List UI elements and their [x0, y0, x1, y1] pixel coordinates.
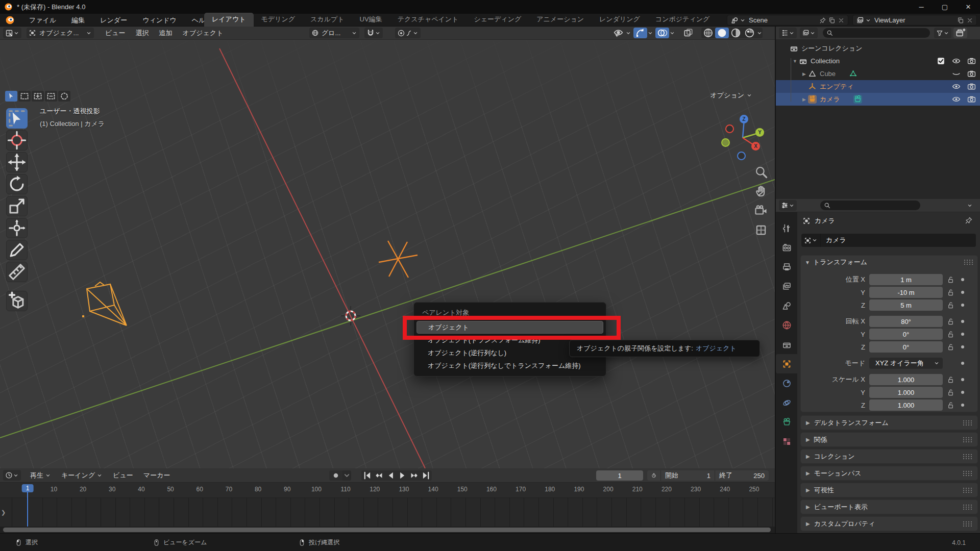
options-dropdown[interactable]: オプション — [710, 91, 752, 100]
auto-keyframe-button[interactable] — [329, 470, 342, 481]
hide-eye-icon[interactable] — [952, 95, 961, 104]
outliner-row[interactable]: ▶ カメラ — [776, 93, 980, 106]
frame-tick-label[interactable]: 160 — [486, 486, 497, 493]
object-visibility-dropdown[interactable] — [611, 28, 631, 38]
frame-tick-label[interactable]: 250 — [749, 486, 759, 493]
frame-tick-label[interactable]: 120 — [370, 486, 380, 493]
collapsed-panel[interactable]: ▶ 関係 — [800, 432, 978, 447]
close-button[interactable]: ✕ — [957, 0, 980, 14]
overlays-icon[interactable] — [655, 28, 669, 38]
copy-icon[interactable] — [828, 17, 836, 24]
frame-tick-label[interactable]: 190 — [574, 486, 584, 493]
animate-dot-icon[interactable] — [961, 362, 964, 365]
animate-dot-icon[interactable] — [961, 278, 964, 281]
visibility-eye-icon[interactable] — [611, 28, 625, 38]
tool-button[interactable] — [6, 108, 28, 129]
object-id-field[interactable]: カメラ — [801, 234, 976, 247]
proportional-edit-toggle[interactable] — [395, 28, 421, 38]
properties-tab[interactable] — [776, 373, 797, 393]
shading-wireframe-button[interactable] — [701, 28, 715, 38]
hide-eye-icon[interactable] — [952, 82, 961, 91]
id-browse-segment[interactable] — [801, 234, 821, 247]
panel-expand-icon[interactable]: ▶ — [806, 487, 810, 493]
lock-open-icon[interactable] — [947, 376, 954, 384]
gizmo-axis-x[interactable]: X — [751, 142, 760, 151]
workspace-tab[interactable]: レンダリング — [592, 13, 648, 27]
value-field[interactable]: 0° — [869, 329, 943, 340]
gizmo-axis-y-neg[interactable] — [721, 138, 730, 147]
lock-open-icon[interactable] — [947, 302, 954, 309]
gizmo-axis-z[interactable]: Z — [740, 115, 748, 123]
workspace-tab[interactable]: テクスチャペイント — [390, 13, 467, 27]
properties-tab[interactable] — [776, 354, 797, 373]
lock-open-icon[interactable] — [947, 276, 954, 284]
tool-button[interactable] — [6, 152, 28, 172]
gizmo-icon[interactable] — [633, 28, 647, 38]
value-field[interactable]: 80° — [869, 316, 943, 327]
panel-expand-icon[interactable]: ▶ — [806, 521, 810, 527]
playback-button[interactable] — [420, 470, 432, 481]
menu-item[interactable]: 編集 — [64, 14, 92, 27]
timeline-expand-arrow[interactable]: ❯ — [1, 509, 6, 516]
panel-expand-icon[interactable]: ▶ — [806, 470, 810, 476]
playback-button[interactable] — [385, 470, 397, 481]
display-mode-button[interactable] — [800, 28, 818, 38]
disclosure-triangle-icon[interactable]: ▼ — [791, 59, 799, 64]
animate-dot-icon[interactable] — [961, 291, 964, 294]
properties-tab[interactable] — [776, 412, 797, 432]
viewport-menu-item[interactable]: オブジェクト — [178, 29, 229, 38]
ortho-toggle-icon[interactable] — [754, 223, 768, 237]
collapsed-panel[interactable]: ▶ デルタトランスフォーム — [800, 415, 978, 430]
properties-tab[interactable] — [776, 432, 797, 451]
properties-tab[interactable] — [776, 315, 797, 335]
lock-open-icon[interactable] — [947, 402, 954, 409]
value-field[interactable]: 1 m — [869, 274, 943, 285]
breadcrumb-object-name[interactable]: カメラ — [815, 216, 835, 226]
drag-handle-icon[interactable] — [963, 505, 972, 510]
workspace-tab[interactable]: シェーディング — [466, 13, 529, 27]
frame-tick-label[interactable]: 70 — [226, 486, 232, 493]
properties-tab[interactable] — [776, 218, 797, 238]
viewport-menu-item[interactable]: 追加 — [154, 29, 178, 38]
collapsed-panel[interactable]: ▶ ビューポート表示 — [800, 499, 978, 514]
close-icon[interactable] — [966, 17, 973, 24]
outliner-row[interactable]: ▶ Cube — [776, 67, 980, 80]
view-layer-selector[interactable]: ViewLayer — [852, 15, 977, 26]
frame-tick-label[interactable]: 240 — [720, 486, 730, 493]
frame-tick-label[interactable]: 230 — [691, 486, 701, 493]
select-mode-button[interactable] — [45, 91, 57, 102]
workspace-tab[interactable]: モデリング — [254, 13, 303, 27]
context-menu-item[interactable]: オブジェクト — [416, 321, 603, 334]
shading-rendered-button[interactable] — [743, 28, 756, 38]
scene-name[interactable]: Scene — [746, 16, 818, 24]
chevron-down-icon[interactable] — [967, 203, 973, 209]
frame-tick-label[interactable]: 130 — [399, 486, 409, 493]
animate-dot-icon[interactable] — [961, 378, 964, 381]
checkbox-icon[interactable] — [937, 57, 945, 65]
disable-render-camera-icon[interactable] — [967, 69, 976, 78]
navigation-gizmo[interactable]: Z Y X — [719, 112, 768, 161]
properties-tab[interactable] — [776, 238, 797, 257]
outliner-item-label[interactable]: Cube — [820, 70, 836, 78]
scene-selector[interactable]: Scene — [727, 15, 848, 26]
preview-range-clock-icon[interactable] — [647, 470, 660, 481]
outliner-search[interactable] — [823, 28, 930, 38]
properties-tab[interactable] — [776, 277, 797, 296]
tool-button[interactable] — [6, 218, 28, 238]
end-frame-field[interactable]: 終了 250 — [715, 470, 769, 481]
outliner-row[interactable]: エンプティ — [776, 80, 980, 93]
disable-render-camera-icon[interactable] — [967, 82, 976, 91]
maximize-button[interactable]: ▢ — [933, 0, 957, 14]
properties-tab[interactable] — [776, 335, 797, 354]
camera-view-icon[interactable] — [754, 204, 768, 217]
timeline-editor-type-button[interactable] — [3, 470, 21, 481]
view-layer-name[interactable]: ViewLayer — [871, 16, 956, 24]
panel-expand-icon[interactable]: ▼ — [805, 260, 813, 265]
frame-tick-label[interactable]: 40 — [138, 486, 144, 493]
disclosure-triangle-icon[interactable]: ▶ — [800, 97, 808, 102]
menu-item[interactable]: レンダー — [92, 14, 135, 27]
chevron-down-icon[interactable] — [756, 30, 763, 36]
mode-selector[interactable]: オブジェク... — [27, 28, 94, 38]
panel-expand-icon[interactable]: ▶ — [806, 437, 810, 442]
outliner-item-label[interactable]: シーンコレクション — [801, 44, 862, 53]
